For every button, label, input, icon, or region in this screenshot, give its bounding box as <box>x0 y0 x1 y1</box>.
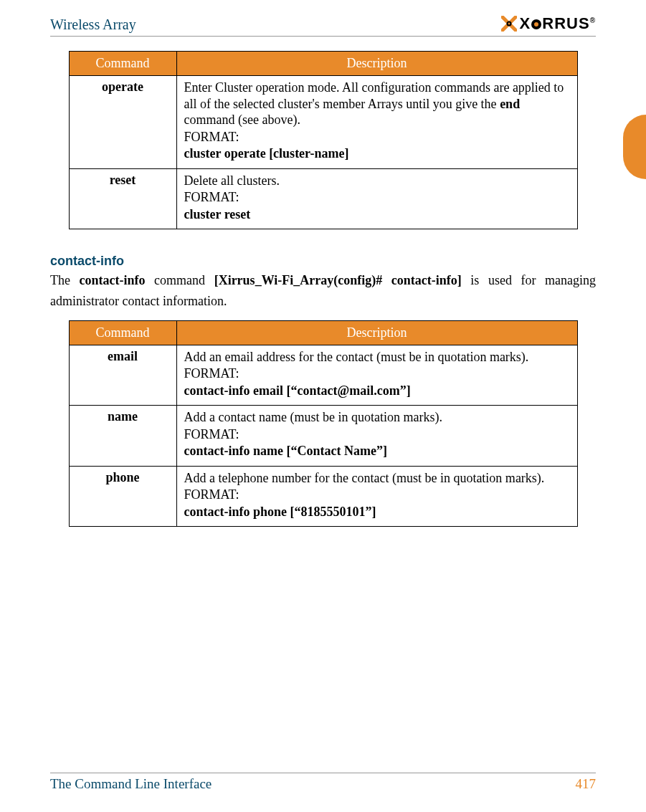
page-header: Wireless Array RRUS XRRUS® <box>50 14 596 37</box>
cluster-commands-table: Command Description operate Enter Cluste… <box>69 51 578 229</box>
command-description: Add an email address for the contact (mu… <box>176 345 577 406</box>
table-row: email Add an email address for the conta… <box>69 345 577 406</box>
section-heading-contact-info: contact-info <box>50 254 596 269</box>
command-description: Add a contact name (must be in quotation… <box>176 406 577 467</box>
command-description: Enter Cluster operation mode. All config… <box>176 76 577 169</box>
table-header-command: Command <box>69 320 176 345</box>
command-name: reset <box>69 168 176 229</box>
svg-point-1 <box>508 23 510 25</box>
footer-page-number: 417 <box>576 776 597 792</box>
contact-info-commands-table: Command Description email Add an email a… <box>69 320 578 527</box>
table-row: name Add a contact name (must be in quot… <box>69 406 577 467</box>
table-row: reset Delete all clusters. FORMAT: clust… <box>69 168 577 229</box>
table-header-description: Description <box>176 52 577 76</box>
command-name: name <box>69 406 176 467</box>
table-row: phone Add a telephone number for the con… <box>69 466 577 527</box>
header-title: Wireless Array <box>50 16 136 33</box>
command-name: operate <box>69 76 176 169</box>
brand-logo: RRUS XRRUS® <box>501 14 596 33</box>
command-description: Delete all clusters. FORMAT: cluster res… <box>176 168 577 229</box>
section-intro: The contact-info command [Xirrus_Wi-Fi_A… <box>50 270 596 312</box>
table-header-description: Description <box>176 320 577 345</box>
command-description: Add a telephone number for the contact (… <box>176 466 577 527</box>
table-header-command: Command <box>69 52 176 76</box>
command-name: email <box>69 345 176 406</box>
side-tab-icon <box>623 115 646 179</box>
page-footer: The Command Line Interface 417 <box>50 773 596 792</box>
footer-section-title: The Command Line Interface <box>50 776 212 792</box>
xirrus-logo-icon <box>501 16 517 32</box>
table-row: operate Enter Cluster operation mode. Al… <box>69 76 577 169</box>
command-name: phone <box>69 466 176 527</box>
brand-text: RRUS XRRUS® <box>520 14 596 33</box>
